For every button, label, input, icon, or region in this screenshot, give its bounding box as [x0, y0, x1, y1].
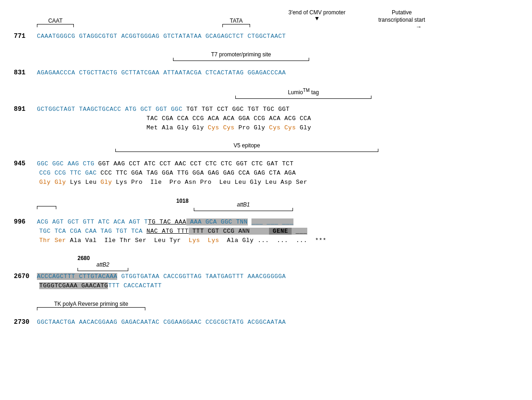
t7-annotation: T7 promoter/priming site — [173, 51, 309, 61]
tk-bracket — [37, 307, 145, 310]
seq-945-2: CCG CCG TTC GAC CCC TTC GGA TAG GGA TTG … — [39, 169, 296, 178]
seq-line-831: 831 AGAGAACCCA CTGCTTACTG GCTTATCGAA ATT… — [14, 68, 518, 78]
annotations-2730: TK polyA Reverse priming site — [37, 301, 518, 317]
putative-label: Putativetranscriptional start — [378, 9, 425, 24]
seq-831: AGAGAACCCA CTGCTTACTG GCTTATCGAA ATTAATA… — [37, 68, 286, 78]
seq-line-891-2: TAC CGA CCA CCG ACA ACA GGA CCG ACA ACG … — [39, 114, 518, 123]
annotations-771: CAAT TATA 3′end of CMV promoter ▼ Putati… — [37, 9, 518, 31]
seq-771: CAAATGGGCG GTAGGCGTGT ACGGTGGGAG GTCTATA… — [37, 32, 286, 41]
attb1-label: attB1 — [194, 201, 293, 208]
seq-line-2730: 2730 GGCTAACTGA AACACGGAAG GAGACAATAC CG… — [14, 317, 518, 327]
lumio-annotation: LumioTM tag — [235, 88, 371, 99]
acg-bracket-annotation — [37, 206, 56, 209]
seq-891-2: TAC CGA CCA CCG ACA ACA GGA CCG ACA ACG … — [39, 114, 311, 123]
tata-label: TATA — [222, 18, 250, 24]
seq-line-945-1: 945 GGC GGC AAG CTG GGT AAG CCT ATC CCT … — [14, 159, 518, 169]
annotations-831: T7 promoter/priming site — [37, 51, 518, 68]
caat-bracket — [37, 24, 74, 27]
tata-annotation: TATA — [222, 18, 250, 27]
seq-891-3: Met Ala Gly Gly Cys Cys Pro Gly Cys Cys … — [39, 123, 311, 133]
line-num-2730: 2730 — [14, 317, 37, 327]
seq-2670-1: ACCCAGCTTT CTTGTACAAA GTGGTGATAA CACCGGT… — [37, 272, 286, 281]
annotations-996: 1018 attB1 — [37, 197, 518, 217]
seq-945-1: GGC GGC AAG CTG GGT AAG CCT ATC CCT AAC … — [37, 159, 293, 169]
attb2-bracket — [78, 268, 128, 271]
section-831: T7 promoter/priming site 831 AGAGAACCCA … — [14, 51, 518, 78]
line-num-2670: 2670 — [14, 272, 37, 281]
seq-line-2670-2: TGGGTCGAAA GAACATGTTT CACCACTATT — [39, 281, 518, 291]
cmv-annotation: 3′end of CMV promoter ▼ — [288, 9, 346, 22]
section-996: 1018 attB1 996 ACG AGT GCT GTT ATC ACA A… — [14, 197, 518, 245]
seq-line-996-3: Thr Ser Ala Val Ile Thr Ser Leu Tyr Lys … — [39, 236, 518, 245]
seq-line-2670-1: 2670 ACCCAGCTTT CTTGTACAAA GTGGTGATAA CA… — [14, 272, 518, 281]
lumio-tm: TM — [303, 88, 310, 93]
cmv-arrow: ▼ — [288, 16, 346, 22]
seq-line-996-1: 996 ACG AGT GCT GTT ATC ACA AGT TTG TAC … — [14, 217, 518, 227]
seq-891-1: GCTGGCTAGT TAAGCTGCACC ATG GCT GGT GGC T… — [37, 105, 290, 114]
line-num-945: 945 — [14, 159, 37, 169]
section-945: V5 epitope 945 GGC GGC AAG CTG GGT AAG C… — [14, 142, 518, 187]
attb1-annotation: attB1 — [194, 201, 293, 211]
attb2-label: attB2 — [78, 261, 128, 268]
line-num-891: 891 — [14, 104, 37, 114]
pos-1018-label: 1018 — [176, 198, 189, 204]
lumio-label: LumioTM tag — [235, 88, 371, 96]
acg-bracket — [37, 206, 56, 209]
v5-annotation: V5 epitope — [115, 142, 378, 152]
section-2670: 2680 attB2 2670 ACCCAGCTTT CTTGTACAAA GT… — [14, 255, 518, 291]
line-num-996: 996 — [14, 217, 37, 227]
seq-2670-2: TGGGTCGAAA GAACATGTTT CACCACTATT — [39, 281, 162, 291]
line-num-771: 771 — [14, 31, 37, 41]
t7-bracket — [173, 58, 309, 61]
seq-996-3: Thr Ser Ala Val Ile Thr Ser Leu Tyr Lys … — [39, 236, 327, 245]
caat-annotation: CAAT — [37, 18, 74, 27]
seq-line-945-2: CCG CCG TTC GAC CCC TTC GGA TAG GGA TTG … — [39, 169, 518, 178]
seq-line-891-1: 891 GCTGGCTAGT TAAGCTGCACC ATG GCT GGT G… — [14, 104, 518, 114]
section-2730: TK polyA Reverse priming site 2730 GGCTA… — [14, 301, 518, 327]
attb2-annotation: attB2 — [78, 261, 128, 271]
tk-annotation: TK polyA Reverse priming site — [37, 301, 145, 310]
line-num-831: 831 — [14, 68, 37, 78]
v5-label: V5 epitope — [115, 142, 378, 149]
seq-line-945-3: Gly Gly Lys Leu Gly Lys Pro Ile Pro Asn … — [39, 178, 518, 187]
seq-996-1: ACG AGT GCT GTT ATC ACA AGT TTG TAC AAA … — [37, 218, 293, 227]
lumio-bracket — [235, 96, 371, 99]
section-891: LumioTM tag 891 GCTGGCTAGT TAAGCTGCACC A… — [14, 88, 518, 132]
sequence-map: CAAT TATA 3′end of CMV promoter ▼ Putati… — [14, 9, 518, 327]
putative-annotation: Putativetranscriptional start → — [378, 9, 425, 30]
seq-996-2: TGC TCA CGA CAA TAG TGT TCA NAC ATG TTT … — [39, 227, 307, 236]
annotations-891: LumioTM tag — [37, 88, 518, 104]
t7-label: T7 promoter/priming site — [173, 51, 309, 58]
annotations-2670: 2680 attB2 — [37, 255, 518, 272]
pos-2680-label: 2680 — [78, 255, 90, 261]
seq-line-996-2: TGC TCA CGA CAA TAG TGT TCA NAC ATG TTT … — [39, 227, 518, 236]
caat-label: CAAT — [37, 18, 74, 24]
tk-label: TK polyA Reverse priming site — [37, 301, 145, 307]
annotations-945: V5 epitope — [37, 142, 518, 159]
seq-line-891-3: Met Ala Gly Gly Cys Cys Pro Gly Cys Cys … — [39, 123, 518, 133]
attb1-bracket — [194, 208, 293, 211]
seq-line-771: 771 CAAATGGGCG GTAGGCGTGT ACGGTGGGAG GTC… — [14, 31, 518, 41]
v5-bracket — [115, 149, 378, 152]
cmv-label: 3′end of CMV promoter — [288, 9, 346, 16]
putative-arrow: → — [378, 24, 425, 30]
tata-bracket — [222, 24, 250, 27]
section-771: CAAT TATA 3′end of CMV promoter ▼ Putati… — [14, 9, 518, 41]
seq-945-3: Gly Gly Lys Leu Gly Lys Pro Ile Pro Asn … — [39, 178, 307, 187]
seq-2730: GGCTAACTGA AACACGGAAG GAGACAATAC CGGAAGG… — [37, 318, 286, 327]
